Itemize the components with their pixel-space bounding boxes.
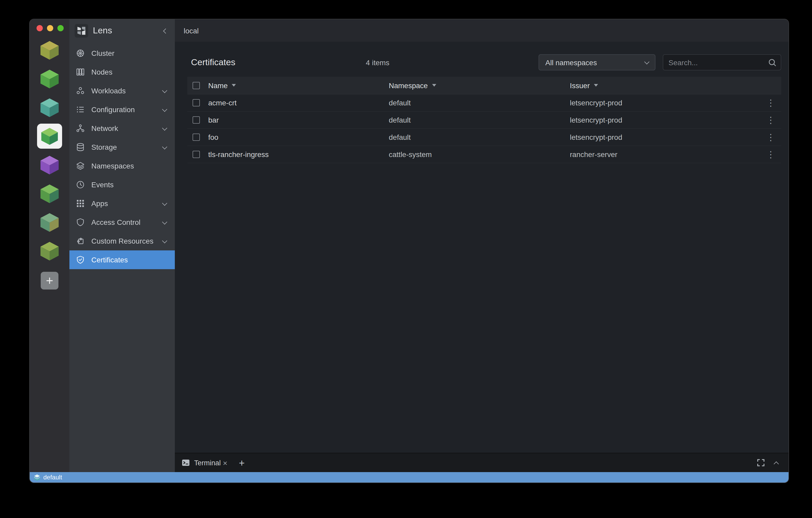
app-window: + Lens <box>30 19 788 483</box>
cert-name: acme-crt <box>208 99 389 107</box>
row-menu-kebab-icon[interactable]: ⋮ <box>763 115 778 125</box>
shield-icon <box>76 217 85 227</box>
row-checkbox[interactable] <box>193 151 200 158</box>
row-menu-kebab-icon[interactable]: ⋮ <box>763 132 778 143</box>
nodes-icon <box>76 67 85 77</box>
sidebar-item-certificates[interactable]: Certificates <box>69 250 175 269</box>
row-checkbox[interactable] <box>193 116 200 124</box>
clock-icon <box>76 180 85 189</box>
fullscreen-icon[interactable] <box>757 459 765 467</box>
sidebar-item-label: Apps <box>91 199 163 208</box>
select-all-checkbox[interactable] <box>193 82 200 89</box>
column-header-issuer[interactable]: Issuer <box>570 81 760 89</box>
configuration-list-icon <box>76 105 85 114</box>
cert-name: bar <box>208 116 389 124</box>
status-bar: default <box>30 472 788 483</box>
cube-icon <box>38 153 61 176</box>
expand-dock-chevron-icon[interactable] <box>774 461 779 466</box>
cube-icon <box>38 211 61 234</box>
sidebar-item-label: Storage <box>91 143 163 151</box>
cluster-icon[interactable] <box>37 152 62 177</box>
close-window-button[interactable] <box>36 25 43 31</box>
cert-namespace: cattle-system <box>389 150 570 159</box>
cluster-icon[interactable] <box>37 210 62 235</box>
cluster-icon[interactable] <box>37 238 62 264</box>
apps-grid-icon <box>76 199 85 208</box>
chevron-down-icon <box>162 88 167 93</box>
sidebar-item-label: Network <box>91 124 163 132</box>
cert-name: foo <box>208 133 389 141</box>
sidebar-item-apps[interactable]: Apps <box>69 194 175 213</box>
sidebar-menu: Cluster Nodes <box>69 44 175 269</box>
cert-namespace: default <box>389 99 570 107</box>
row-checkbox[interactable] <box>193 99 200 106</box>
cert-name: tls-rancher-ingress <box>208 150 389 159</box>
sort-caret-icon <box>594 84 598 87</box>
cluster-rail: + <box>30 19 69 472</box>
cluster-icon[interactable] <box>37 181 62 206</box>
sidebar-item-events[interactable]: Events <box>69 175 175 194</box>
terminal-tab[interactable]: Terminal <box>182 459 221 467</box>
sidebar-item-network[interactable]: Network <box>69 119 175 138</box>
sidebar-item-namespaces[interactable]: Namespaces <box>69 156 175 175</box>
sidebar-item-nodes[interactable]: Nodes <box>69 63 175 81</box>
dock-controls <box>757 459 778 467</box>
row-menu-kebab-icon[interactable]: ⋮ <box>763 97 778 108</box>
new-terminal-icon[interactable]: + <box>239 458 245 468</box>
namespace-filter-value: All namespaces <box>545 58 597 66</box>
chevron-down-icon <box>162 219 167 224</box>
sidebar-item-cluster[interactable]: Cluster <box>69 44 175 63</box>
shield-check-icon <box>76 255 85 265</box>
minimize-window-button[interactable] <box>47 25 53 31</box>
cluster-icon[interactable] <box>37 66 62 91</box>
add-cluster-button[interactable]: + <box>41 272 58 290</box>
search-icon <box>768 58 777 66</box>
cube-icon <box>39 126 60 147</box>
sidebar-item-storage[interactable]: Storage <box>69 138 175 156</box>
certificates-table: Name Namespace Issuer <box>187 77 781 163</box>
cube-icon <box>38 182 61 205</box>
table-row[interactable]: foo default letsencrypt-prod ⋮ <box>187 129 781 146</box>
sidebar-item-label: Configuration <box>91 105 163 114</box>
table-row[interactable]: bar default letsencrypt-prod ⋮ <box>187 112 781 129</box>
cube-icon <box>38 67 61 90</box>
active-namespace-label: default <box>43 474 62 481</box>
close-terminal-icon[interactable]: × <box>223 458 228 467</box>
puzzle-icon <box>76 236 85 246</box>
table-row[interactable]: tls-rancher-ingress cattle-system ranche… <box>187 146 781 163</box>
cluster-icon-active[interactable] <box>37 124 62 149</box>
cert-issuer: letsencrypt-prod <box>570 116 760 124</box>
chevron-down-icon <box>162 106 167 112</box>
row-checkbox[interactable] <box>193 133 200 141</box>
sidebar-item-label: Events <box>91 181 175 189</box>
app-title: Lens <box>93 26 164 36</box>
cert-namespace: default <box>389 116 570 124</box>
database-icon <box>76 143 85 152</box>
table-header-row: Name Namespace Issuer <box>187 77 781 94</box>
page-title: Certificates <box>191 57 235 67</box>
cert-issuer: letsencrypt-prod <box>570 99 760 107</box>
sidebar-item-label: Workloads <box>91 87 163 95</box>
network-icon <box>76 124 85 133</box>
collapse-sidebar-icon[interactable] <box>163 28 168 33</box>
cert-namespace: default <box>389 133 570 141</box>
column-header-namespace[interactable]: Namespace <box>389 81 570 89</box>
row-menu-kebab-icon[interactable]: ⋮ <box>763 149 778 160</box>
zoom-window-button[interactable] <box>57 25 64 31</box>
chevron-down-icon <box>162 238 167 243</box>
sidebar-item-configuration[interactable]: Configuration <box>69 100 175 119</box>
plus-icon: + <box>46 274 53 287</box>
layers-icon <box>76 161 85 171</box>
main-area: local Certificates 4 items All namespace… <box>175 19 788 472</box>
sidebar-item-label: Custom Resources <box>91 237 163 245</box>
sidebar-item-custom-resources[interactable]: Custom Resources <box>69 232 175 250</box>
sidebar-item-workloads[interactable]: Workloads <box>69 81 175 100</box>
cluster-icon[interactable] <box>37 37 62 63</box>
cluster-icon[interactable] <box>37 95 62 120</box>
namespace-filter-select[interactable]: All namespaces <box>539 54 656 70</box>
cube-icon <box>38 239 61 263</box>
sidebar-item-access-control[interactable]: Access Control <box>69 213 175 232</box>
column-header-name[interactable]: Name <box>208 81 389 89</box>
table-row[interactable]: acme-crt default letsencrypt-prod ⋮ <box>187 94 781 112</box>
search-input[interactable] <box>668 58 768 66</box>
